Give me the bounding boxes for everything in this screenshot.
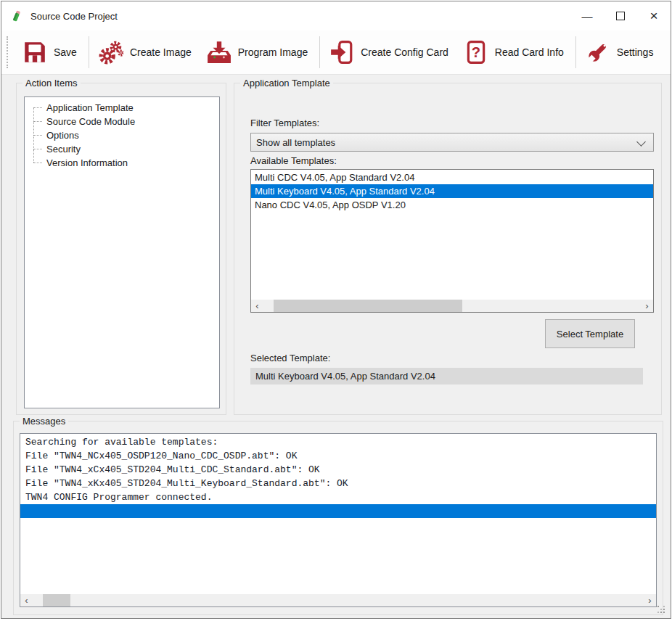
close-button[interactable]: ×: [637, 1, 671, 30]
programmer-box-arrow-icon: [206, 39, 232, 65]
message-line[interactable]: TWN4 CONFIG Programmer connected.: [20, 490, 656, 504]
message-line-text: File "TWN4_NCx405_OSDP120_Nano_CDC_OSDP.…: [25, 451, 297, 461]
gears-icon: [98, 39, 124, 65]
minimize-button[interactable]: —: [570, 1, 604, 30]
messages-group: Messages Searching for available templat…: [13, 421, 663, 615]
message-line[interactable]: File "TWN4_xCx405_STD204_Multi_CDC_Stand…: [20, 463, 656, 477]
maximize-icon: [616, 12, 625, 20]
application-template-group-label: Application Template: [240, 78, 333, 89]
scroll-right-icon[interactable]: ›: [641, 300, 653, 312]
template-list-item-label: Multi Keyboard V4.05, App Standard V2.04: [255, 186, 435, 197]
application-template-group: Application Template Filter Templates: S…: [234, 83, 662, 415]
selected-template-field: Multi Keyboard V4.05, App Standard V2.04: [250, 368, 643, 384]
message-line[interactable]: File "TWN4_NCx405_OSDP120_Nano_CDC_OSDP.…: [20, 449, 656, 463]
message-line-text: Searching for available templates:: [25, 437, 218, 448]
action-items-group: Action Items Application TemplateSource …: [16, 83, 226, 415]
title-bar: Source Code Project — ×: [1, 1, 671, 30]
program-image-button[interactable]: Program Image: [200, 33, 316, 71]
tree-item[interactable]: Version Information: [25, 156, 219, 170]
svg-text:?: ?: [472, 44, 480, 60]
toolbar-separator: [319, 36, 320, 68]
messages-horizontal-scrollbar[interactable]: ‹ ›: [20, 594, 656, 606]
template-list: Multi CDC V4.05, App Standard V2.04Multi…: [251, 170, 653, 300]
messages-group-label: Messages: [20, 416, 68, 427]
message-line[interactable]: Searching for available templates:: [20, 435, 656, 449]
tree-item-label: Options: [46, 130, 79, 141]
scroll-left-icon[interactable]: ‹: [251, 300, 263, 312]
save-button[interactable]: Save: [16, 33, 86, 71]
tree-item[interactable]: Options: [25, 128, 219, 142]
maximize-button[interactable]: [604, 1, 637, 30]
scroll-left-icon[interactable]: ‹: [20, 594, 33, 606]
available-templates-label: Available Templates:: [250, 155, 337, 166]
tree-item-label: Source Code Module: [46, 116, 135, 127]
message-line[interactable]: [20, 504, 656, 518]
scrollbar-thumb[interactable]: [274, 300, 462, 312]
template-list-item[interactable]: Multi CDC V4.05, App Standard V2.04: [251, 170, 653, 184]
create-image-button[interactable]: Create Image: [92, 33, 200, 71]
create-config-card-button[interactable]: Create Config Card: [323, 33, 457, 71]
window-title: Source Code Project: [30, 11, 118, 22]
available-templates-listbox: Multi CDC V4.05, App Standard V2.04Multi…: [250, 169, 654, 313]
card-with-arrow-icon: [329, 39, 355, 65]
toolbar-button-label: Program Image: [238, 46, 308, 58]
action-items-tree: Application TemplateSource Code ModuleOp…: [24, 96, 220, 408]
floppy-disk-icon: [22, 39, 48, 65]
listbox-horizontal-scrollbar[interactable]: ‹ ›: [251, 300, 653, 312]
read-card-info-button[interactable]: ? Read Card Info: [457, 33, 573, 71]
select-template-button[interactable]: Select Template: [545, 319, 635, 348]
wrench-icon: [585, 39, 611, 65]
toolbar-button-label: Create Image: [130, 46, 192, 58]
card-with-question-icon: ?: [463, 39, 489, 65]
toolbar: Save Create Image: [1, 30, 671, 75]
tree-item-label: Security: [46, 144, 81, 155]
window-resize-grip[interactable]: [657, 606, 666, 614]
tree-item-label: Application Template: [46, 102, 134, 113]
scroll-right-icon[interactable]: ›: [644, 594, 656, 606]
message-line[interactable]: File "TWN4_xKx405_STD204_Multi_Keyboard_…: [20, 477, 656, 490]
toolbar-button-label: Read Card Info: [495, 46, 564, 58]
tree-item[interactable]: Application Template: [25, 101, 219, 115]
toolbar-button-label: Save: [54, 46, 77, 58]
tree-item[interactable]: Security: [25, 142, 219, 156]
close-icon: ×: [650, 8, 657, 24]
settings-button[interactable]: Settings: [579, 33, 663, 71]
scrollbar-track[interactable]: [263, 300, 641, 312]
tree-item[interactable]: Source Code Module: [25, 115, 219, 128]
tree-item-label: Version Information: [46, 157, 128, 168]
message-line-text: TWN4 CONFIG Programmer connected.: [25, 492, 212, 503]
toolbar-button-label: Settings: [617, 46, 654, 58]
action-items-group-label: Action Items: [22, 78, 81, 89]
window-controls: — ×: [570, 1, 671, 30]
scrollbar-track[interactable]: [33, 594, 644, 606]
messages-log: Searching for available templates:File "…: [20, 433, 657, 607]
minimize-icon: —: [582, 10, 593, 22]
scrollbar-thumb[interactable]: [43, 594, 70, 606]
app-logo-icon: [10, 9, 23, 22]
toolbar-button-label: Create Config Card: [361, 46, 448, 58]
filter-templates-combobox[interactable]: Show all templates: [250, 133, 654, 152]
filter-templates-value: Show all templates: [256, 137, 335, 148]
template-list-item[interactable]: Nano CDC V4.05, App OSDP V1.20: [251, 198, 653, 212]
message-line-text: File "TWN4_xKx405_STD204_Multi_Keyboard_…: [25, 478, 348, 489]
toolbar-separator: [575, 36, 576, 68]
template-list-item-label: Multi CDC V4.05, App Standard V2.04: [255, 172, 414, 183]
toolbar-separator: [89, 36, 89, 68]
messages-lines: Searching for available templates:File "…: [20, 435, 656, 594]
filter-templates-label: Filter Templates:: [250, 118, 319, 128]
message-line-text: File "TWN4_xCx405_STD204_Multi_CDC_Stand…: [25, 464, 320, 475]
template-list-item[interactable]: Multi Keyboard V4.05, App Standard V2.04: [251, 184, 653, 198]
template-list-item-label: Nano CDC V4.05, App OSDP V1.20: [255, 200, 406, 210]
chevron-down-icon: [636, 137, 646, 147]
app-window: Source Code Project — × Save: [1, 1, 671, 619]
selected-template-label: Selected Template:: [250, 353, 330, 363]
toolbar-grip[interactable]: [7, 36, 12, 68]
